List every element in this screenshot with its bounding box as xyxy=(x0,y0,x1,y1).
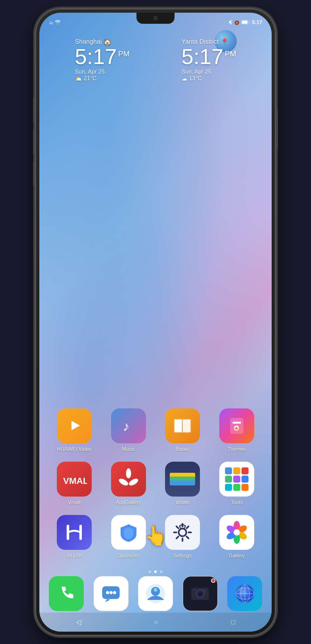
app-themes[interactable]: Themes xyxy=(215,408,259,452)
svg-text:♪: ♪ xyxy=(123,419,129,434)
app-icon-books xyxy=(165,408,200,443)
svg-rect-26 xyxy=(242,476,248,483)
app-icon-tools xyxy=(219,462,254,497)
wifi-icon xyxy=(55,20,61,25)
power-button[interactable] xyxy=(33,161,35,186)
notification-dot xyxy=(211,578,215,583)
app-music[interactable]: ♪ Music xyxy=(106,408,151,452)
svg-point-30 xyxy=(179,529,186,536)
app-icon-gallery xyxy=(219,515,254,550)
svg-rect-29 xyxy=(242,484,248,491)
status-time: 5:17 xyxy=(252,20,262,25)
app-icon-music: ♪ xyxy=(111,408,146,443)
app-label-tools: Tools xyxy=(231,500,242,505)
dock-browser[interactable] xyxy=(227,576,262,611)
dock-support[interactable] xyxy=(138,576,173,611)
svg-text:华: 华 xyxy=(126,478,131,483)
clock-section: Shanghai 🏠 5:17PM Sun, Apr 25 ⛅ 21°C Yan… xyxy=(39,38,272,82)
page-dot-2[interactable] xyxy=(154,570,157,573)
app-huawei-video[interactable]: HUAWEI Video xyxy=(52,408,96,452)
clock-widget-shanghai: Shanghai 🏠 5:17PM Sun, Apr 25 ⛅ 21°C xyxy=(75,38,129,82)
app-label-gallery: Gallery xyxy=(229,553,245,559)
app-books[interactable]: Books xyxy=(160,408,205,452)
svg-rect-49 xyxy=(203,589,206,591)
svg-rect-22 xyxy=(233,467,240,474)
app-label-ai-life: AI Life xyxy=(67,553,81,559)
volume-up-button[interactable] xyxy=(33,98,35,123)
app-row-2: VMALL Vmall xyxy=(52,462,259,505)
weather-yanta: ☁ 13°C xyxy=(182,75,236,82)
page-indicators xyxy=(39,570,272,573)
dock-messages[interactable] xyxy=(94,576,129,611)
time-shanghai: 5:17PM xyxy=(75,46,129,67)
svg-point-41 xyxy=(113,591,116,594)
time-yanta: 5:17PM xyxy=(182,46,236,67)
svg-rect-21 xyxy=(225,467,232,474)
svg-point-39 xyxy=(106,591,109,594)
svg-rect-24 xyxy=(225,476,232,483)
page-dot-1[interactable] xyxy=(149,570,151,573)
svg-marker-2 xyxy=(71,421,80,430)
nav-recents-button[interactable]: □ xyxy=(222,615,245,629)
svg-rect-5 xyxy=(175,420,182,432)
app-label-books: Books xyxy=(175,446,189,452)
app-icon-appgallery: 华 xyxy=(111,462,146,497)
sim-icon: 🗂 xyxy=(49,20,53,25)
app-vmall[interactable]: VMALL Vmall xyxy=(52,462,96,505)
svg-point-37 xyxy=(234,529,240,536)
app-label-optimizer: Optimizer xyxy=(117,553,139,559)
mute-icon: 🔕 xyxy=(234,20,239,25)
app-label-vmall: Vmall xyxy=(68,500,81,505)
svg-rect-23 xyxy=(242,467,248,474)
page-dot-3[interactable] xyxy=(160,570,162,573)
battery-icon xyxy=(241,20,250,25)
svg-rect-27 xyxy=(225,484,232,491)
svg-point-50 xyxy=(194,589,195,591)
app-gallery[interactable]: Gallery xyxy=(215,515,259,559)
svg-point-48 xyxy=(199,593,201,595)
svg-point-44 xyxy=(154,588,157,592)
nav-bar: ◁ ○ □ xyxy=(39,613,272,632)
app-label-appgallery: AppGallery xyxy=(116,500,141,505)
clock-widget-yanta: Yanta District 📍 5:17PM Sun, Apr 25 ☁ 13… xyxy=(182,38,236,82)
svg-rect-28 xyxy=(233,484,240,491)
app-icon-huawei-video xyxy=(57,408,92,443)
svg-rect-20 xyxy=(170,480,195,485)
cursor-hand: 👆 xyxy=(144,524,168,547)
phone-device: 🗂 🔕 xyxy=(35,8,276,636)
volume-down-button[interactable] xyxy=(33,129,35,155)
nav-home-button[interactable]: ○ xyxy=(144,615,168,629)
status-left-icons: 🗂 xyxy=(49,20,61,25)
date-shanghai: Sun, Apr 25 xyxy=(75,68,129,75)
app-wallet[interactable]: Wallet xyxy=(160,462,205,505)
app-tools[interactable]: Tools xyxy=(215,462,259,505)
app-label-music: Music xyxy=(122,446,135,452)
svg-point-40 xyxy=(109,591,113,594)
svg-rect-25 xyxy=(233,476,240,483)
app-label-huawei-video: HUAWEI Video xyxy=(57,446,91,452)
svg-rect-1 xyxy=(242,21,248,24)
nav-back-button[interactable]: ◁ xyxy=(66,615,91,629)
app-row-1: HUAWEI Video ♪ Music xyxy=(52,408,259,452)
status-right-icons: 🔕 5:17 xyxy=(228,19,262,26)
dock-camera[interactable] xyxy=(183,576,218,611)
notch xyxy=(136,13,175,24)
phone-screen: 🗂 🔕 xyxy=(39,13,272,632)
date-yanta: Sun, Apr 25 xyxy=(182,68,236,75)
app-label-themes: Themes xyxy=(228,446,246,452)
svg-text:VMALL: VMALL xyxy=(63,476,87,485)
app-label-settings: Settings xyxy=(173,553,192,559)
app-ai-life[interactable]: AI Life xyxy=(52,515,96,559)
app-icon-optimizer xyxy=(111,515,146,550)
front-camera xyxy=(153,16,158,20)
dock xyxy=(49,576,262,611)
app-icon-settings xyxy=(165,515,200,550)
dock-phone[interactable] xyxy=(49,576,84,611)
app-appgallery[interactable]: 华 AppGallery xyxy=(106,462,151,505)
bluetooth-icon xyxy=(228,19,232,26)
svg-point-14 xyxy=(126,468,131,478)
app-icon-vmall: VMALL xyxy=(57,462,92,497)
weather-shanghai: ⛅ 21°C xyxy=(75,75,129,82)
app-label-wallet: Wallet xyxy=(175,500,189,505)
app-icon-ai-life xyxy=(57,515,92,550)
